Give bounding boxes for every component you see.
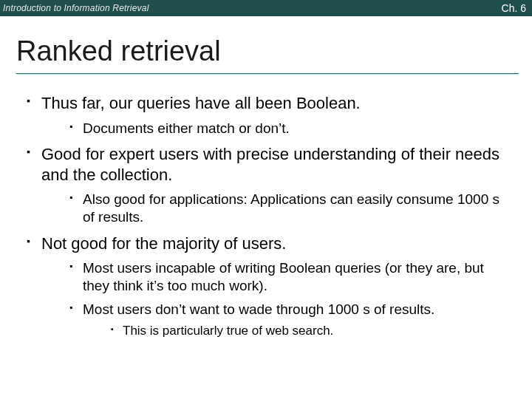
slide: Introduction to Information Retrieval Ch… (0, 0, 532, 399)
bullet-lvl2: Documents either match or don’t. (62, 120, 513, 137)
bullet-lvl1: Thus far, our queries have all been Bool… (19, 93, 513, 137)
bullet-lvl3: This is particularly true of web search. (103, 323, 513, 338)
body-content: Thus far, our queries have all been Bool… (0, 74, 532, 338)
chapter-label: Ch. 6 (502, 2, 526, 14)
bullet-lvl1: Good for expert users with precise under… (19, 144, 513, 226)
bullet-lvl2: Most users don’t want to wade through 10… (62, 301, 513, 338)
bullet-text: Not good for the majority of users. (41, 234, 286, 253)
top-bar: Introduction to Information Retrieval Ch… (0, 0, 532, 16)
bullet-text: Most users don’t want to wade through 10… (83, 301, 434, 317)
bullet-lvl2: Also good for applications: Applications… (62, 191, 513, 226)
slide-title: Ranked retrieval (0, 16, 532, 73)
bullet-lvl1: Not good for the majority of users. Most… (19, 233, 513, 338)
bullet-text: Documents either match or don’t. (83, 120, 290, 136)
bullet-text: Also good for applications: Applications… (83, 191, 499, 225)
bullet-text: This is particularly true of web search. (123, 324, 333, 338)
bullet-text: Most users incapable of writing Boolean … (83, 260, 484, 293)
bullet-lvl2: Most users incapable of writing Boolean … (62, 259, 513, 295)
course-title: Introduction to Information Retrieval (3, 3, 149, 13)
bullet-text: Thus far, our queries have all been Bool… (41, 94, 361, 112)
title-rule (16, 73, 519, 74)
bullet-text: Good for expert users with precise under… (41, 145, 499, 184)
